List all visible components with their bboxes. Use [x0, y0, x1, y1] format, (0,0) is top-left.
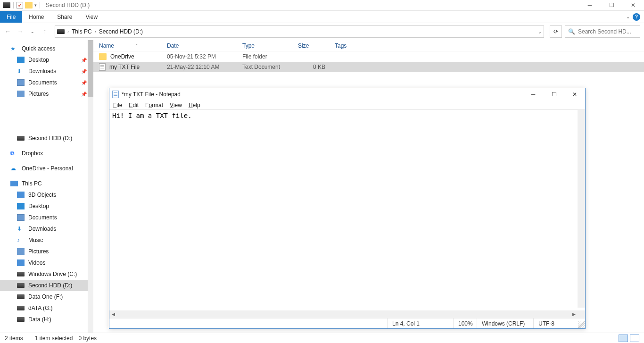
col-type[interactable]: Type [242, 42, 298, 49]
sidebar-thispc[interactable]: This PC [0, 178, 93, 189]
chevron-right-icon[interactable]: › [95, 29, 96, 34]
drive-icon [17, 272, 25, 276]
status-encoding: UTF-8 [533, 318, 585, 328]
sidebar-data-g[interactable]: dATA (G:) [0, 302, 93, 314]
address-drive-icon [57, 29, 65, 34]
pc-icon [10, 181, 18, 186]
col-size[interactable]: Size [298, 42, 335, 49]
ribbon-view[interactable]: View [79, 11, 104, 23]
sidebar-dropbox[interactable]: ⧉Dropbox [0, 148, 93, 159]
refresh-button[interactable]: ⟳ [550, 25, 562, 38]
ribbon-home[interactable]: Home [22, 11, 50, 23]
pin-icon: 📌 [81, 58, 87, 63]
menu-file[interactable]: File [113, 102, 122, 109]
menu-help[interactable]: Help [189, 102, 200, 109]
pin-icon: 📌 [81, 80, 87, 85]
qat-properties-icon[interactable]: ✔ [17, 2, 23, 8]
sort-asc-icon: ˄ [136, 43, 138, 48]
sidebar-videos[interactable]: Videos [0, 257, 93, 268]
status-position: Ln 4, Col 1 [387, 318, 453, 328]
col-date[interactable]: Date [167, 42, 242, 49]
pictures-icon [17, 91, 25, 97]
sidebar-downloads-pc[interactable]: ⬇Downloads [0, 223, 93, 234]
sidebar-music[interactable]: ♪Music [0, 234, 93, 246]
sidebar-desktop[interactable]: Desktop📌 [0, 54, 93, 66]
notepad-window: *my TXT File - Notepad ─ ☐ ✕ File Edit F… [109, 88, 586, 329]
desktop-icon [17, 57, 25, 63]
sidebar-quick-access[interactable]: ★Quick access [0, 43, 93, 54]
tiles-view-button[interactable] [630, 335, 639, 342]
star-icon: ★ [10, 45, 18, 52]
qat-dropdown-icon[interactable]: ▾ [34, 3, 37, 8]
folder-icon [99, 53, 107, 60]
chevron-right-icon[interactable]: › [67, 29, 69, 34]
notepad-titlebar[interactable]: *my TXT File - Notepad ─ ☐ ✕ [109, 88, 585, 100]
scroll-left-icon[interactable]: ◀ [109, 310, 117, 318]
drive-icon [17, 306, 25, 310]
notepad-hscrollbar[interactable]: ◀ ▶ [109, 310, 578, 318]
notepad-close-button[interactable]: ✕ [564, 88, 585, 100]
menu-view[interactable]: View [170, 102, 182, 109]
notepad-minimize-button[interactable]: ─ [523, 88, 544, 100]
menu-edit[interactable]: Edit [129, 102, 139, 109]
back-button[interactable]: ← [4, 27, 12, 36]
sidebar-desktop-pc[interactable]: Desktop [0, 201, 93, 212]
history-dropdown[interactable]: ⌄ [28, 27, 37, 36]
sidebar-second-hdd[interactable]: Second HDD (D:) [0, 280, 93, 291]
sidebar-windows-drive[interactable]: Windows Drive (C:) [0, 268, 93, 280]
textfile-icon [99, 63, 106, 71]
notepad-scroll-corner [578, 310, 585, 318]
ribbon-file[interactable]: File [0, 11, 22, 23]
forward-button[interactable]: → [16, 27, 25, 36]
drive-icon [17, 294, 25, 299]
notepad-statusbar: Ln 4, Col 1 100% Windows (CRLF) UTF-8 [109, 318, 585, 328]
scroll-right-icon[interactable]: ▶ [570, 310, 578, 318]
music-icon: ♪ [17, 237, 25, 243]
resize-grip-icon[interactable] [578, 321, 585, 328]
address-bar[interactable]: › This PC › Second HDD (D:) ⌄ [55, 25, 544, 38]
col-tags[interactable]: Tags [335, 42, 644, 49]
notepad-editor[interactable]: Hi! I am a TXT file. [109, 110, 585, 318]
search-icon: 🔍 [568, 28, 575, 35]
sidebar-pictures[interactable]: Pictures📌 [0, 88, 93, 100]
crumb-drive[interactable]: Second HDD (D:) [99, 28, 143, 35]
sidebar-documents-pc[interactable]: Documents [0, 212, 93, 223]
sidebar-downloads[interactable]: ⬇Downloads📌 [0, 66, 93, 77]
ribbon: File Home Share View ⌄ ? [0, 11, 644, 23]
maximize-button[interactable]: ☐ [601, 0, 622, 11]
sidebar-onedrive[interactable]: ☁OneDrive - Personal [0, 163, 93, 174]
file-row[interactable]: OneDrive 05-Nov-21 5:32 PM File folder [93, 51, 644, 62]
sidebar-data-h[interactable]: Data (H:) [0, 314, 93, 325]
search-box[interactable]: 🔍 Search Second HD... [565, 25, 640, 38]
ribbon-expand-icon[interactable]: ⌄ [626, 14, 630, 19]
pictures-icon [17, 248, 25, 255]
download-icon: ⬇ [17, 68, 25, 75]
sidebar-documents[interactable]: Documents📌 [0, 77, 93, 88]
col-name[interactable]: Name˄ [99, 42, 167, 49]
download-icon: ⬇ [17, 226, 25, 232]
qat-newfolder-icon[interactable] [25, 2, 33, 8]
notepad-vscrollbar[interactable] [578, 110, 585, 308]
details-view-button[interactable] [619, 335, 628, 342]
help-icon[interactable]: ? [633, 13, 640, 21]
sidebar-data-one[interactable]: Data One (F:) [0, 291, 93, 302]
sidebar-second-hdd-qa[interactable]: Second HDD (D:) [0, 133, 93, 144]
sidebar: ★Quick access Desktop📌 ⬇Downloads📌 Docum… [0, 40, 93, 333]
sidebar-scrollthumb[interactable] [88, 40, 93, 97]
pin-icon: 📌 [81, 92, 87, 97]
notepad-maximize-button[interactable]: ☐ [544, 88, 564, 100]
crumb-thispc[interactable]: This PC [72, 28, 92, 35]
sidebar-3d-objects[interactable]: 3D Objects [0, 189, 93, 201]
close-button[interactable]: ✕ [622, 0, 644, 11]
menu-format[interactable]: Format [145, 102, 163, 109]
file-row-selected[interactable]: my TXT File 21-May-22 12:10 AM Text Docu… [93, 62, 644, 72]
up-button[interactable]: ↑ [41, 27, 49, 36]
minimize-button[interactable]: ─ [579, 0, 601, 11]
search-placeholder: Search Second HD... [578, 28, 631, 35]
document-icon [17, 214, 25, 221]
window-title: Second HDD (D:) [46, 2, 90, 8]
ribbon-share[interactable]: Share [50, 11, 79, 23]
video-icon [17, 259, 25, 266]
address-dropdown-icon[interactable]: ⌄ [538, 29, 542, 34]
sidebar-pictures-pc[interactable]: Pictures [0, 246, 93, 257]
